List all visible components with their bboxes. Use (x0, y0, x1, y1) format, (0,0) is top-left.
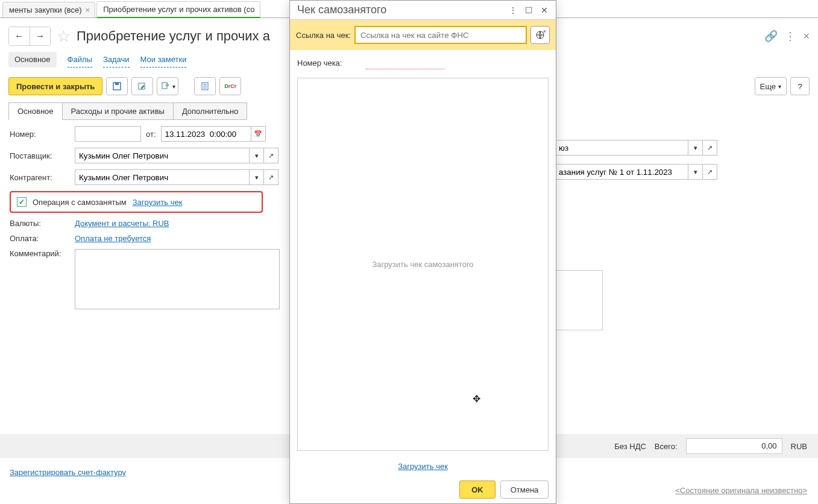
save-icon (112, 81, 122, 91)
total-label: Всего: (655, 442, 678, 451)
report-button[interactable] (194, 77, 216, 95)
link-icon[interactable]: 🔗 (764, 30, 778, 43)
right-column: ▾ ↗ ▾ ↗ (555, 140, 723, 330)
counterparty-input[interactable] (75, 169, 250, 185)
contract-dropdown[interactable]: ▾ (688, 164, 703, 180)
supplier-open[interactable]: ↗ (264, 148, 278, 163)
organization-input[interactable] (555, 140, 688, 156)
contract-open[interactable]: ↗ (703, 164, 717, 180)
load-cheque-link[interactable]: Загрузить чек (133, 198, 183, 207)
menu-icon[interactable]: ⋮ (785, 30, 796, 43)
self-employed-box: ✓ Операция с самозанятым Загрузить чек (10, 191, 263, 213)
self-employed-checkbox[interactable]: ✓ (17, 197, 27, 207)
currency-label: Валюты: (10, 219, 75, 228)
dropzone[interactable]: Загрузить чек самозанятого (297, 78, 549, 451)
original-status-link[interactable]: <Состояние оригинала неизвестно> (675, 486, 807, 495)
payment-label: Оплата: (10, 234, 75, 243)
more-button[interactable]: Еще (755, 77, 787, 95)
tab-expenses[interactable]: Расходы и прочие активы (62, 102, 174, 120)
calendar-button[interactable]: 📅 (251, 126, 266, 142)
nav-main[interactable]: Основное (8, 52, 57, 68)
comment-right[interactable] (555, 270, 603, 330)
cheque-modal: Чек самозанятого ⋮ ☐ ✕ Ссылка на чек: Но… (289, 0, 556, 504)
tab-main[interactable]: Основное (8, 102, 63, 120)
ok-button[interactable]: OK (459, 480, 496, 499)
tab-acquisition[interactable]: Приобретение услуг и прочих активов (со (96, 1, 260, 18)
no-vat-label: Без НДС (614, 442, 646, 451)
post-icon (137, 81, 147, 91)
post-button[interactable] (131, 77, 153, 95)
post-and-close-button[interactable]: Провести и закрыть (8, 77, 102, 95)
contract-input[interactable] (555, 164, 688, 180)
cheque-number-input[interactable] (366, 56, 444, 69)
register-invoice-link[interactable]: Зарегистрировать счет-фактуру (10, 468, 126, 477)
modal-footer: OK Отмена (290, 476, 556, 503)
self-employed-label: Операция с самозанятым (33, 198, 127, 207)
number-label: Номер: (10, 130, 75, 139)
counterparty-label: Контрагент: (10, 173, 75, 182)
globe-refresh-icon (535, 30, 546, 40)
modal-menu-icon[interactable]: ⋮ (505, 2, 521, 18)
from-label: от: (146, 130, 156, 139)
cr-icon: Cr (230, 83, 236, 89)
dr-icon: Dr (224, 83, 230, 89)
svg-rect-3 (162, 83, 167, 89)
supplier-input[interactable] (75, 148, 250, 163)
payment-link[interactable]: Оплата не требуется (75, 234, 151, 243)
svg-rect-1 (115, 83, 119, 85)
create-from-button[interactable] (157, 77, 178, 95)
dropzone-text: Загрузить чек самозанятого (372, 260, 473, 269)
modal-number-row: Номер чека: (290, 50, 556, 75)
cheque-link-input[interactable] (354, 26, 527, 44)
help-button[interactable]: ? (790, 77, 810, 95)
modal-title: Чек самозанятого (297, 4, 505, 16)
supplier-dropdown[interactable]: ▾ (250, 148, 264, 163)
org-open[interactable]: ↗ (703, 140, 717, 156)
cancel-button[interactable]: Отмена (500, 480, 549, 499)
save-button[interactable] (106, 77, 128, 95)
total-value: 0,00 (686, 438, 782, 454)
currency-link[interactable]: Документ и расчеты: RUB (75, 219, 169, 228)
date-input[interactable] (161, 126, 251, 142)
nav-notes[interactable]: Мои заметки (140, 52, 187, 68)
document-icon (160, 81, 170, 91)
tab-label: менты закупки (все) (9, 5, 82, 14)
counterparty-dropdown[interactable]: ▾ (250, 169, 264, 185)
comment-label: Комментарий: (10, 249, 75, 258)
tab-label: Приобретение услуг и прочих активов (со (103, 5, 254, 14)
drcr-button[interactable]: DrCr (219, 77, 241, 95)
back-button[interactable]: ← (9, 27, 30, 45)
calendar-icon: 📅 (254, 130, 262, 138)
currency-label: RUB (791, 442, 807, 451)
comment-input[interactable] (75, 249, 280, 309)
modal-maximize-icon[interactable]: ☐ (521, 2, 536, 18)
nav-tasks[interactable]: Задачи (103, 52, 130, 68)
modal-link-row: Ссылка на чек: (290, 20, 556, 50)
fetch-button[interactable] (530, 26, 550, 44)
counterparty-open[interactable]: ↗ (264, 169, 278, 185)
modal-close-icon[interactable]: ✕ (536, 2, 552, 18)
supplier-label: Поставщик: (10, 151, 75, 160)
tab-extra[interactable]: Дополнительно (173, 102, 248, 120)
nav-buttons: ← → (8, 27, 51, 46)
modal-titlebar: Чек самозанятого ⋮ ☐ ✕ (290, 1, 556, 20)
favorite-icon[interactable]: ☆ (57, 27, 71, 46)
close-icon[interactable]: × (86, 5, 90, 14)
nav-files[interactable]: Файлы (68, 52, 92, 68)
number-input[interactable] (75, 126, 141, 142)
list-icon (200, 81, 210, 91)
tab-purchases[interactable]: менты закупки (все) × (2, 2, 95, 17)
cheque-number-label: Номер чека: (297, 58, 342, 68)
close-icon[interactable]: × (803, 30, 810, 43)
org-dropdown[interactable]: ▾ (688, 140, 703, 156)
modal-load-link[interactable]: Загрузить чек (398, 462, 448, 471)
cheque-link-label: Ссылка на чек: (296, 31, 351, 40)
forward-button[interactable]: → (30, 27, 50, 45)
header-actions: 🔗 ⋮ × (764, 30, 810, 43)
